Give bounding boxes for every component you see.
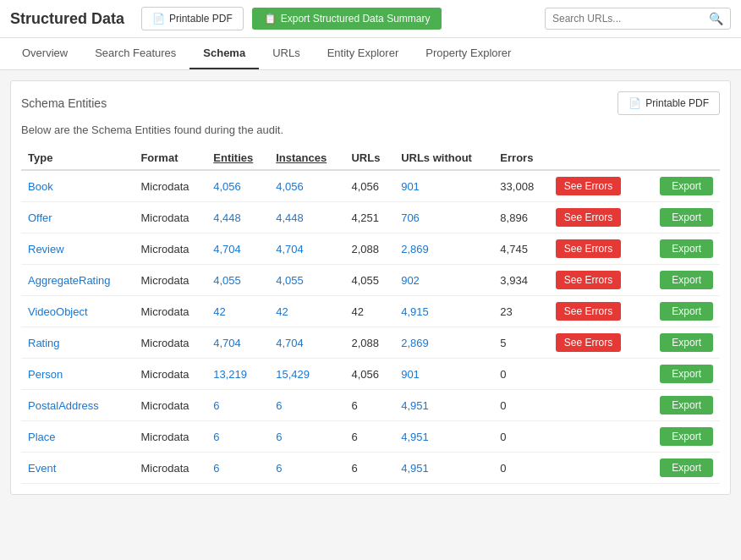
entities-link[interactable]: 6	[213, 399, 219, 412]
export-summary-button[interactable]: 📋 Export Structured Data Summary	[252, 8, 442, 30]
format-cell: Microdata	[134, 421, 206, 453]
tab-property-explorer[interactable]: Property Explorer	[412, 38, 524, 69]
entities-link[interactable]: 4,056	[213, 180, 241, 193]
schema-entities-table: Type Format Entities Instances URLs URLs…	[21, 146, 720, 484]
tab-schema[interactable]: Schema	[189, 38, 259, 69]
type-link[interactable]: Review	[28, 243, 64, 255]
instances-link[interactable]: 4,704	[276, 243, 304, 255]
export-row-button[interactable]: Export	[660, 427, 713, 446]
pdf-icon-section: 📄	[628, 97, 641, 109]
urls-cell: 4,251	[344, 202, 394, 233]
instances-link[interactable]: 4,704	[276, 337, 304, 349]
entities-link[interactable]: 4,704	[213, 243, 241, 255]
see-errors-button[interactable]: See Errors	[556, 208, 621, 227]
errors-cell: 33,008	[493, 170, 549, 202]
see-errors-cell	[549, 421, 642, 453]
export-row-button[interactable]: Export	[660, 396, 713, 415]
export-cell: Export	[642, 170, 720, 202]
export-cell: Export	[642, 359, 720, 390]
errors-cell: 3,934	[493, 265, 549, 296]
errors-cell: 0	[493, 390, 549, 421]
table-header-row: Type Format Entities Instances URLs URLs…	[21, 146, 720, 170]
tab-overview[interactable]: Overview	[8, 38, 81, 69]
export-row-button[interactable]: Export	[660, 333, 713, 352]
see-errors-cell: See Errors	[549, 202, 642, 233]
printable-pdf-button[interactable]: 📄 Printable PDF	[141, 7, 244, 30]
entities-link[interactable]: 13,219	[213, 368, 247, 381]
urls-cell: 6	[344, 453, 394, 484]
table-row: VideoObjectMicrodata4242424,91523See Err…	[21, 296, 720, 327]
type-link[interactable]: Event	[28, 462, 56, 475]
schema-entities-card: Schema Entities 📄 Printable PDF Below ar…	[10, 80, 731, 495]
urls-without-link[interactable]: 4,951	[401, 431, 429, 443]
entities-link[interactable]: 4,448	[213, 211, 241, 224]
urls-cell: 6	[344, 390, 394, 421]
see-errors-button[interactable]: See Errors	[556, 302, 621, 321]
urls-without-link[interactable]: 4,951	[401, 462, 429, 475]
format-cell: Microdata	[134, 170, 206, 202]
instances-link[interactable]: 4,448	[276, 211, 304, 224]
entities-link[interactable]: 6	[213, 462, 219, 475]
see-errors-button[interactable]: See Errors	[556, 177, 621, 195]
export-row-button[interactable]: Export	[660, 239, 713, 258]
urls-without-link[interactable]: 2,869	[401, 337, 429, 349]
export-cell: Export	[642, 421, 720, 453]
col-actions2	[642, 146, 720, 170]
entities-link[interactable]: 4,704	[213, 337, 241, 349]
tabs-bar: Overview Search Features Schema URLs Ent…	[0, 38, 741, 70]
see-errors-cell	[549, 359, 642, 390]
urls-without-link[interactable]: 2,869	[401, 243, 429, 255]
type-link[interactable]: PostalAddress	[28, 399, 99, 412]
export-row-button[interactable]: Export	[660, 271, 713, 289]
col-instances[interactable]: Instances	[269, 146, 344, 170]
tab-search-features[interactable]: Search Features	[81, 38, 189, 69]
see-errors-button[interactable]: See Errors	[556, 271, 621, 289]
table-row: PersonMicrodata13,21915,4294,0569010Expo…	[21, 359, 720, 390]
entities-link[interactable]: 4,055	[213, 274, 241, 287]
instances-link[interactable]: 42	[276, 305, 288, 318]
urls-without-link[interactable]: 4,915	[401, 305, 429, 318]
errors-cell: 23	[493, 296, 549, 327]
type-link[interactable]: Person	[28, 368, 63, 381]
instances-link[interactable]: 15,429	[276, 368, 310, 381]
type-link[interactable]: VideoObject	[28, 305, 88, 318]
see-errors-button[interactable]: See Errors	[556, 239, 621, 258]
see-errors-cell: See Errors	[549, 170, 642, 202]
table-row: PlaceMicrodata6664,9510Export	[21, 421, 720, 453]
type-link[interactable]: Rating	[28, 337, 60, 349]
type-link[interactable]: AggregateRating	[28, 274, 111, 287]
section-printable-pdf-button[interactable]: 📄 Printable PDF	[618, 91, 720, 115]
urls-without-link[interactable]: 901	[401, 180, 420, 193]
table-row: OfferMicrodata4,4484,4484,2517068,896See…	[21, 202, 720, 233]
export-row-button[interactable]: Export	[660, 177, 713, 195]
type-link[interactable]: Offer	[28, 211, 52, 224]
tab-entity-explorer[interactable]: Entity Explorer	[314, 38, 413, 69]
type-link[interactable]: Book	[28, 180, 53, 193]
urls-without-link[interactable]: 706	[401, 211, 420, 224]
see-errors-button[interactable]: See Errors	[556, 333, 621, 352]
instances-link[interactable]: 6	[276, 431, 282, 443]
urls-cell: 2,088	[344, 233, 394, 265]
urls-without-link[interactable]: 4,951	[401, 399, 429, 412]
errors-cell: 5	[493, 327, 549, 359]
urls-without-link[interactable]: 901	[401, 368, 420, 381]
urls-without-link[interactable]: 902	[401, 274, 420, 287]
export-row-button[interactable]: Export	[660, 458, 713, 477]
col-urls: URLs	[344, 146, 394, 170]
entities-link[interactable]: 6	[213, 431, 219, 443]
urls-cell: 42	[344, 296, 394, 327]
entities-link[interactable]: 42	[213, 305, 225, 318]
col-entities[interactable]: Entities	[206, 146, 269, 170]
instances-link[interactable]: 6	[276, 462, 282, 475]
instances-link[interactable]: 4,055	[276, 274, 304, 287]
instances-link[interactable]: 4,056	[276, 180, 304, 193]
export-row-button[interactable]: Export	[660, 365, 713, 383]
export-row-button[interactable]: Export	[660, 208, 713, 227]
instances-link[interactable]: 6	[276, 399, 282, 412]
export-cell: Export	[642, 453, 720, 484]
tab-urls[interactable]: URLs	[259, 38, 314, 69]
search-urls-input[interactable]	[552, 13, 709, 25]
export-row-button[interactable]: Export	[660, 302, 713, 321]
main-content: Schema Entities 📄 Printable PDF Below ar…	[0, 70, 741, 505]
type-link[interactable]: Place	[28, 431, 56, 443]
